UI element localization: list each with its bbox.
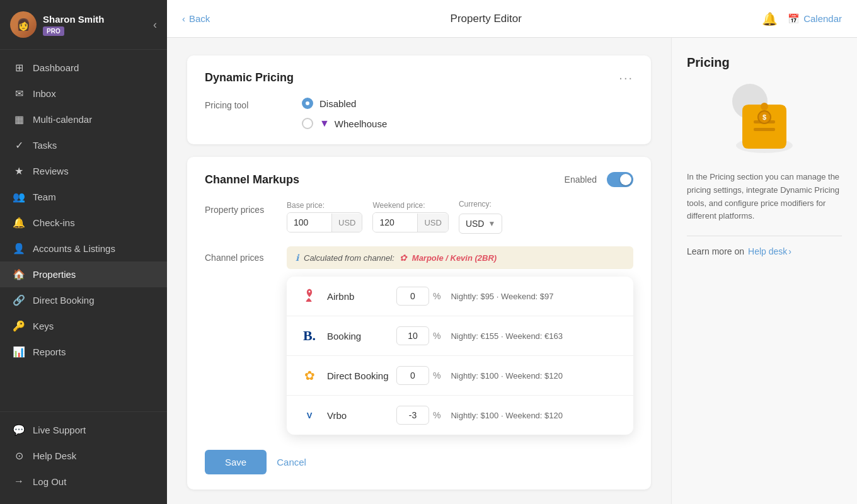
notification-button[interactable]: 🔔 [762,11,778,26]
channel-info-text: Calculated from channel: [304,253,394,263]
svg-point-2 [761,103,768,110]
bell-icon: 🔔 [762,11,778,26]
more-options-button[interactable]: ··· [619,71,633,85]
vrbo-percent-input[interactable] [396,406,429,425]
booking-percent-symbol: % [433,331,440,341]
sidebar-item-inbox[interactable]: ✉Inbox [0,81,167,106]
sidebar-item-direct-booking-label: Direct Booking [33,295,95,306]
help-desk-arrow: › [788,246,791,256]
dynamic-pricing-header: Dynamic Pricing ··· [205,71,633,85]
sidebar-item-help-desk-label: Help Desk [33,450,76,461]
right-panel: Pricing $ [671,38,857,504]
weekend-price-input[interactable] [373,213,417,232]
topbar: ‹ Back Property Editor 🔔 📅 Calendar [167,0,857,38]
radio-disabled[interactable] [302,98,313,109]
base-price-group: Base price: USD [287,201,362,232]
direct-booking-logo: ✿ [299,368,319,383]
sidebar-nav: ⊞Dashboard✉Inbox▦Multi-calendar✓Tasks★Re… [0,50,167,411]
sidebar-item-log-out[interactable]: →Log Out [0,469,167,494]
keys-icon: 🔑 [13,320,25,332]
dynamic-pricing-section: Dynamic Pricing ··· Pricing tool Disable… [187,55,651,144]
inbox-icon: ✉ [13,88,25,100]
check-ins-icon: 🔔 [13,217,25,229]
sidebar-item-multi-calendar[interactable]: ▦Multi-calendar [0,106,167,132]
booking-pricing: Nightly: €155 · Weekend: €163 [451,331,563,341]
direct-percent-wrap: % [396,366,440,385]
airbnb-percent-symbol: % [433,291,440,301]
airbnb-percent-input[interactable] [396,287,429,306]
pricing-illustration: $ [687,83,842,158]
main-panel: Dynamic Pricing ··· Pricing tool Disable… [167,38,671,504]
save-button[interactable]: Save [205,450,267,474]
pricing-tool-disabled-label: Disabled [319,98,356,109]
channel-markups-header: Channel Markups Enabled [205,172,633,187]
sidebar-footer: 💬Live Support⊙Help Desk→Log Out [0,411,167,504]
pricing-tool-wheelhouse[interactable]: ▼ Wheelhouse [302,118,387,129]
topbar-right: 🔔 📅 Calendar [762,11,842,26]
sidebar-item-log-out-label: Log Out [33,476,66,487]
currency-group: Currency: USD ▼ [459,200,502,234]
sidebar-item-team[interactable]: 👥Team [0,184,167,210]
radio-wheelhouse[interactable] [302,118,313,129]
sidebar-item-keys-label: Keys [33,321,54,331]
sidebar-item-accounts-listings[interactable]: 👤Accounts & Listings [0,236,167,261]
back-button[interactable]: ‹ Back [182,13,210,24]
info-icon: ℹ [296,253,299,263]
booking-percent-input[interactable] [396,326,429,345]
content-area: Dynamic Pricing ··· Pricing tool Disable… [167,38,857,504]
channel-row-booking: B. Booking % Nightly: €155 · Weekend: €1… [287,316,633,356]
tasks-icon: ✓ [13,139,25,151]
direct-booking-name: Direct Booking [327,370,396,381]
calendar-button[interactable]: 📅 Calendar [788,13,842,25]
sidebar-item-properties[interactable]: 🏠Properties [0,261,167,287]
right-panel-learn-row: Learn more on Help desk › [687,246,842,256]
right-panel-description: In the Pricing section you can manage th… [687,171,842,223]
sidebar-item-help-desk[interactable]: ⊙Help Desk [0,443,167,469]
help-desk-icon: ⊙ [13,450,25,462]
back-chevron-icon: ‹ [182,13,185,24]
currency-select[interactable]: USD ▼ [459,214,502,234]
calendar-icon: 📅 [788,13,800,25]
sidebar-item-check-ins[interactable]: 🔔Check-ins [0,210,167,236]
base-price-label: Base price: [287,201,362,210]
channel-prices-content: ℹ Calculated from channel: ✿ Marpole / K… [287,246,633,435]
sidebar-item-reviews[interactable]: ★Reviews [0,158,167,184]
enabled-toggle[interactable] [607,172,633,187]
airbnb-pricing: Nightly: $95 · Weekend: $97 [451,292,553,301]
wheelhouse-icon: ▼ [319,118,330,129]
cancel-button[interactable]: Cancel [277,457,306,467]
sidebar-item-reports-label: Reports [33,346,66,357]
channel-table: Airbnb % Nightly: $95 · Weekend: $97 B. [287,277,633,435]
base-price-input[interactable] [287,213,331,232]
sidebar-item-tasks[interactable]: ✓Tasks [0,132,167,158]
pricing-tool-wheelhouse-label: Wheelhouse [335,118,387,129]
dashboard-icon: ⊞ [13,62,25,74]
sidebar-user[interactable]: 👩 Sharon Smith PRO [10,11,105,38]
sidebar-item-dashboard[interactable]: ⊞Dashboard [0,55,167,81]
pricing-tool-disabled[interactable]: Disabled [302,98,387,109]
pricing-tool-options: Disabled ▼ Wheelhouse [302,98,387,129]
help-desk-link[interactable]: Help desk › [748,246,791,256]
currency-value: USD [466,219,485,229]
vrbo-logo: V [299,411,319,420]
sidebar-item-live-support[interactable]: 💬Live Support [0,417,167,443]
weekend-price-group: Weekend price: USD [372,201,448,232]
sidebar-item-inbox-label: Inbox [33,88,56,99]
avatar: 👩 [10,11,37,38]
airbnb-name: Airbnb [327,291,396,302]
sidebar-item-direct-booking[interactable]: 🔗Direct Booking [0,287,167,313]
right-panel-title: Pricing [687,55,842,70]
airbnb-logo [299,288,319,305]
username: Sharon Smith [43,14,105,25]
direct-percent-input[interactable] [396,366,429,385]
channel-row-direct: ✿ Direct Booking % Nightly: $100 · Weeke… [287,356,633,396]
sidebar-item-keys[interactable]: 🔑Keys [0,313,167,339]
sidebar-collapse-button[interactable]: ‹ [153,18,157,32]
chevron-down-icon: ▼ [488,219,495,228]
vrbo-percent-symbol: % [433,410,440,420]
sidebar-item-reports[interactable]: 📊Reports [0,339,167,365]
vrbo-pricing: Nightly: $100 · Weekend: $120 [451,411,563,420]
airbnb-logo-small: ✿ [400,253,407,263]
pro-badge: PRO [43,26,64,36]
property-prices-label: Property prices [205,200,287,215]
